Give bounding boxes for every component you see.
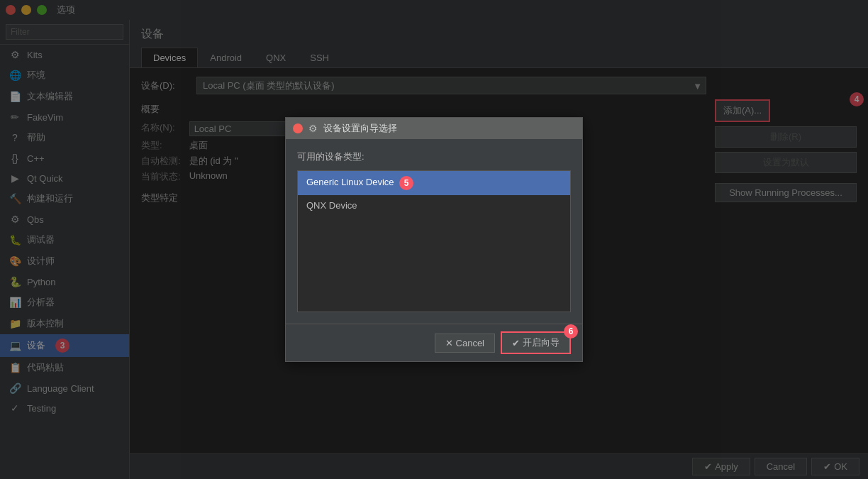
modal-body: 可用的设备类型: Generic Linux Device 5QNX Devic… xyxy=(286,139,582,324)
modal-cancel-button[interactable]: ✕ Cancel xyxy=(435,334,495,353)
modal-start-label: 开启向导 xyxy=(523,336,560,349)
badge-6: 6 xyxy=(564,324,578,338)
device-type-list: Generic Linux Device 5QNX Device xyxy=(297,170,571,312)
device-list-item-generic-linux[interactable]: Generic Linux Device 5 xyxy=(298,171,570,195)
modal-cancel-label: Cancel xyxy=(456,338,484,348)
modal-close-button[interactable] xyxy=(293,123,303,133)
modal-start-button[interactable]: ✔ 开启向导 xyxy=(501,331,571,354)
modal-footer: ✕ Cancel ✔ 开启向导 6 xyxy=(286,324,582,361)
badge-5: 5 xyxy=(399,176,413,190)
modal-overlay: ⚙ 设备设置向导选择 可用的设备类型: Generic Linux Device… xyxy=(0,0,868,479)
cancel-x-icon: ✕ xyxy=(445,338,453,348)
modal-titlebar: ⚙ 设备设置向导选择 xyxy=(286,118,582,139)
modal-icon: ⚙ xyxy=(308,123,318,134)
device-list-item-qnx[interactable]: QNX Device xyxy=(298,195,570,216)
modal-title: 设备设置向导选择 xyxy=(323,122,397,135)
start-check-icon: ✔ xyxy=(512,338,520,348)
modal-dialog: ⚙ 设备设置向导选择 可用的设备类型: Generic Linux Device… xyxy=(285,117,583,362)
modal-section-label: 可用的设备类型: xyxy=(297,150,571,163)
